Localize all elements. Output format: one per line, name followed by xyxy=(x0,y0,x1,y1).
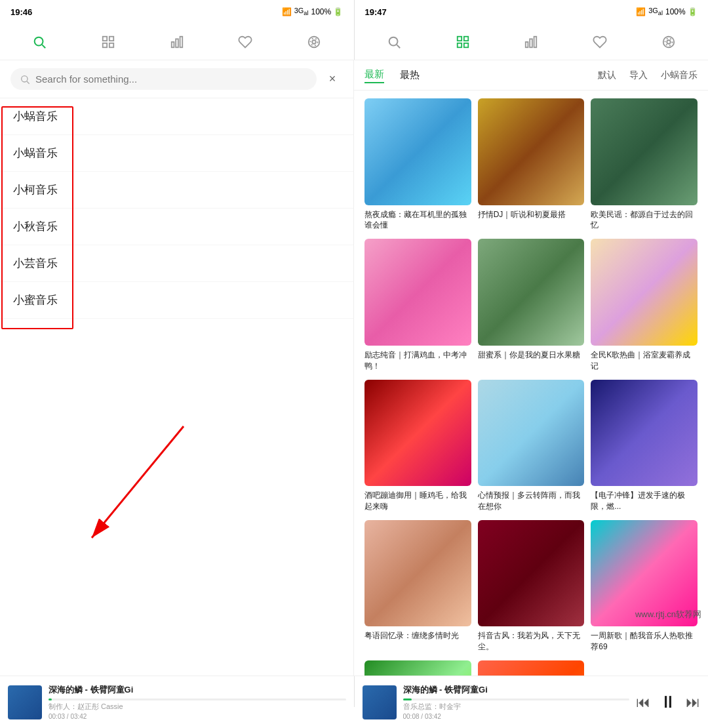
playlist-card-7[interactable]: 心情预报｜多云转阵雨，而我在想你 xyxy=(478,380,585,512)
player-progress-right[interactable] xyxy=(403,698,630,700)
playlist-thumb-8 xyxy=(591,380,698,487)
nav-heart-left[interactable] xyxy=(233,30,257,54)
playlist-title-4: 甜蜜系｜你是我的夏日水果糖 xyxy=(478,350,585,361)
svg-rect-5 xyxy=(109,43,113,47)
playlist-card-13[interactable] xyxy=(478,660,585,676)
playlist-thumb-13 xyxy=(478,660,585,676)
search-close-button[interactable]: × xyxy=(322,69,343,90)
filter-actions: 默认 导入 小蜗音乐 xyxy=(598,70,698,81)
search-box: × xyxy=(0,60,353,98)
player-thumb-right xyxy=(363,685,397,719)
player-info-left: 深海的鳞 - 铁臂阿童Gi 制作人：赵正彤 Cassie 00:03 / 03:… xyxy=(49,684,346,720)
nav-search-left[interactable] xyxy=(28,30,51,54)
filter-tab-hot[interactable]: 最热 xyxy=(400,68,420,83)
filter-import[interactable]: 导入 xyxy=(629,70,648,81)
nav-bar-left xyxy=(0,24,354,60)
player-progress-left[interactable] xyxy=(49,698,346,700)
battery-icon-r: 100% 🔋 xyxy=(665,7,698,16)
filter-brand[interactable]: 小蜗音乐 xyxy=(661,70,698,81)
filter-tab-latest[interactable]: 最新 xyxy=(364,67,384,83)
suggestion-item-0[interactable]: 小蜗音乐 xyxy=(0,98,353,135)
player-bar-left: 深海的鳞 - 铁臂阿童Gi 制作人：赵正彤 Cassie 00:03 / 03:… xyxy=(0,676,354,728)
player-fill-right xyxy=(403,698,412,700)
suggestion-item-5[interactable]: 小蜜音乐 xyxy=(0,282,353,319)
nav-chart-left[interactable] xyxy=(165,30,189,54)
svg-rect-8 xyxy=(180,36,182,47)
svg-rect-19 xyxy=(530,39,532,47)
playlist-card-2[interactable]: 欧美民谣：都源自于过去的回忆 xyxy=(591,98,698,231)
playlist-card-11[interactable]: 一周新歌｜酷我音乐人热歌推荐69 xyxy=(591,520,698,653)
svg-line-25 xyxy=(27,81,30,84)
nav-chart-right[interactable] xyxy=(519,30,543,54)
next-button[interactable]: ⏭ xyxy=(686,694,700,711)
svg-rect-20 xyxy=(534,36,537,47)
nav-bars xyxy=(0,24,708,60)
playlist-card-3[interactable]: 励志纯音｜打满鸡血，中考冲鸭！ xyxy=(364,239,471,371)
svg-rect-6 xyxy=(171,42,174,47)
playlist-card-5[interactable]: 全民K歌热曲｜浴室麦霸养成记 xyxy=(591,239,698,371)
suggestion-item-3[interactable]: 小秋音乐 xyxy=(0,209,353,245)
svg-rect-3 xyxy=(109,36,113,40)
playlist-card-10[interactable]: 抖音古风：我若为风，天下无尘。 xyxy=(478,520,585,653)
playlist-card-8[interactable]: 【电子冲锋】进发手速的极限，燃... xyxy=(591,380,698,512)
status-bar-left: 19:46 📶 3Gal 100% 🔋 xyxy=(0,0,354,24)
player-time-right: 00:08 / 03:42 xyxy=(403,713,630,720)
signal-icon: 3Gal xyxy=(294,7,309,16)
nav-playlist-left[interactable] xyxy=(96,30,120,54)
prev-button[interactable]: ⏮ xyxy=(636,694,650,711)
playlist-title-6: 酒吧蹦迪御用｜睡鸡毛，给我起来嗨 xyxy=(364,490,471,512)
player-title-left: 深海的鳞 - 铁臂阿童Gi xyxy=(49,684,346,696)
suggestion-list: 小蜗音乐小蜗音乐小柯音乐小秋音乐小芸音乐小蜜音乐 xyxy=(0,98,353,676)
status-bars: 19:46 📶 3Gal 100% 🔋 19:47 📶 3Gal 100% 🔋 xyxy=(0,0,708,24)
search-input-wrap[interactable] xyxy=(10,68,317,90)
playlist-title-9: 粤语回忆录：缠绕多情时光 xyxy=(364,630,471,641)
svg-point-24 xyxy=(22,75,28,81)
nav-camera-left[interactable] xyxy=(302,30,326,54)
svg-rect-14 xyxy=(457,36,461,40)
playlist-title-8: 【电子冲锋】进发手速的极限，燃... xyxy=(591,490,698,512)
playlist-card-4[interactable]: 甜蜜系｜你是我的夏日水果糖 xyxy=(478,239,585,371)
time-left: 19:46 xyxy=(10,7,32,17)
playlist-title-0: 熬夜成瘾：藏在耳机里的孤独谁会懂 xyxy=(364,209,471,232)
svg-rect-16 xyxy=(457,43,461,47)
nav-camera-right[interactable] xyxy=(657,30,680,54)
left-panel: × 小蜗音乐小蜗音乐小柯音乐小秋音乐小芸音乐小蜜音乐 xyxy=(0,60,354,676)
playlist-thumb-6 xyxy=(364,380,471,487)
playlist-card-0[interactable]: 熬夜成瘾：藏在耳机里的孤独谁会懂 xyxy=(364,98,471,231)
status-icons-left: 📶 3Gal 100% 🔋 xyxy=(282,7,344,16)
suggestion-item-2[interactable]: 小柯音乐 xyxy=(0,172,353,209)
player-bar-right: 深海的鳞 - 铁臂阿童Gi 音乐总监：时金宇 00:08 / 03:42 ⏮ ⏸… xyxy=(355,676,709,728)
nav-heart-right[interactable] xyxy=(588,30,612,54)
playlist-thumb-5 xyxy=(591,239,698,346)
playlist-thumb-9 xyxy=(364,520,471,627)
svg-point-11 xyxy=(311,38,318,45)
suggestion-item-4[interactable]: 小芸音乐 xyxy=(0,245,353,282)
svg-line-13 xyxy=(397,45,400,48)
svg-rect-17 xyxy=(463,43,467,47)
player-controls: ⏮ ⏸ ⏭ xyxy=(636,692,700,712)
player-sub-right: 音乐总监：时金宇 xyxy=(403,702,630,712)
suggestion-item-1[interactable]: 小蜗音乐 xyxy=(0,135,353,172)
filter-default[interactable]: 默认 xyxy=(598,70,616,81)
nav-playlist-right[interactable] xyxy=(451,30,475,54)
playlist-title-2: 欧美民谣：都源自于过去的回忆 xyxy=(591,209,698,232)
playlist-title-11: 一周新歌｜酷我音乐人热歌推荐69 xyxy=(591,630,698,653)
playlist-title-1: 抒情DJ｜听说和初夏最搭 xyxy=(478,209,585,220)
playlist-card-9[interactable]: 粤语回忆录：缠绕多情时光 xyxy=(364,520,471,653)
nav-search-right[interactable] xyxy=(382,30,406,54)
search-icon-input xyxy=(20,74,30,85)
main-content: × 小蜗音乐小蜗音乐小柯音乐小秋音乐小芸音乐小蜜音乐 最新 最热 默认 xyxy=(0,60,708,676)
right-panel: 最新 最热 默认 导入 小蜗音乐 熬夜成瘾：藏在耳机里的孤独谁会懂抒情DJ｜听说… xyxy=(354,60,708,676)
svg-rect-4 xyxy=(103,43,107,47)
search-input[interactable] xyxy=(35,73,307,85)
svg-rect-15 xyxy=(463,36,467,40)
playlist-card-1[interactable]: 抒情DJ｜听说和初夏最搭 xyxy=(478,98,585,231)
playlist-card-6[interactable]: 酒吧蹦迪御用｜睡鸡毛，给我起来嗨 xyxy=(364,380,471,512)
play-pause-button[interactable]: ⏸ xyxy=(659,692,677,712)
playlist-card-12[interactable] xyxy=(364,660,471,676)
svg-point-22 xyxy=(667,40,671,44)
playlist-thumb-7 xyxy=(478,380,585,487)
player-title-right: 深海的鳞 - 铁臂阿童Gi xyxy=(403,684,630,696)
playlist-thumb-12 xyxy=(364,660,471,676)
svg-point-0 xyxy=(35,37,43,45)
